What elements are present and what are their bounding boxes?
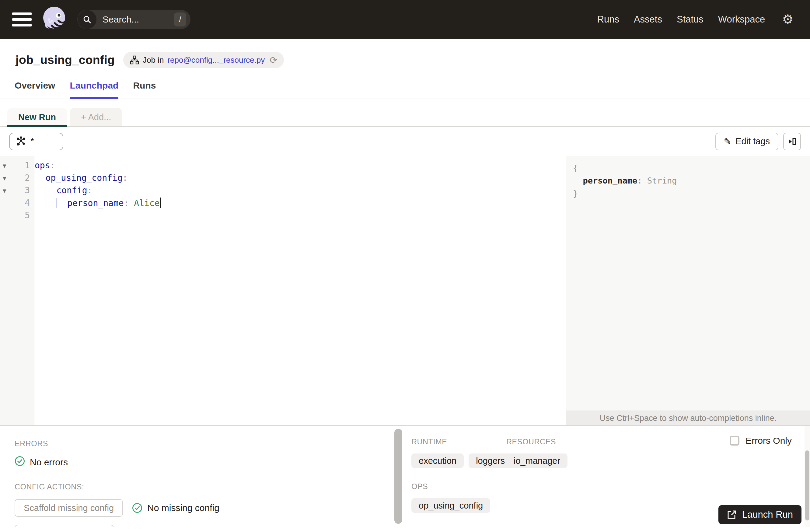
fold-arrow-icon[interactable]: ▼ xyxy=(0,162,11,169)
launchpad-toolbar: * ✎ Edit tags xyxy=(0,127,810,156)
search-placeholder: Search... xyxy=(102,14,139,25)
section-ops: OPSop_using_config xyxy=(411,482,506,513)
page-title: job_using_config xyxy=(16,53,115,67)
search-input[interactable]: Search... / xyxy=(77,10,191,29)
bottom-panels: ERRORS No errors CONFIG ACTIONS: Scaffol… xyxy=(0,425,810,527)
preview-sections: RUNTIMEexecutionloggersRESOURCESio_manag… xyxy=(411,437,810,513)
code-token xyxy=(46,198,56,208)
launch-icon xyxy=(727,510,737,519)
line-code: person_name: Alice xyxy=(35,197,161,208)
code-token: Alice xyxy=(134,198,159,208)
editor-line-4[interactable]: 4 person_name: Alice xyxy=(0,197,566,209)
tag-io_manager[interactable]: io_manager xyxy=(506,453,567,468)
collapse-panel-button[interactable] xyxy=(783,133,801,150)
nav-links: RunsAssetsStatusWorkspace⚙ xyxy=(597,13,798,26)
nav-link-status[interactable]: Status xyxy=(677,14,703,25)
tag-loggers[interactable]: loggers xyxy=(469,453,512,468)
op-selector-value: * xyxy=(30,136,34,147)
preview-scrollbar-track[interactable] xyxy=(805,426,810,527)
fold-arrow-icon[interactable]: ▼ xyxy=(0,187,11,194)
code-token xyxy=(46,186,56,195)
line-code: config: xyxy=(35,186,92,195)
tag-execution[interactable]: execution xyxy=(411,453,464,468)
op-selector-input[interactable]: * xyxy=(9,133,63,150)
section-tags: executionloggers xyxy=(411,453,506,468)
graph-nodes-icon xyxy=(16,136,26,147)
config-actions-label: CONFIG ACTIONS: xyxy=(15,482,405,491)
config-schema-panel: { person_name: String } Use Ctrl+Space t… xyxy=(566,156,810,425)
settings-gear-icon[interactable]: ⚙ xyxy=(782,13,794,26)
top-nav: Search... / RunsAssetsStatusWorkspace⚙ xyxy=(0,0,810,39)
launch-run-label: Launch Run xyxy=(742,509,793,520)
schema-close-brace: } xyxy=(573,187,810,200)
search-shortcut-key: / xyxy=(174,13,186,27)
editor-line-3[interactable]: ▼3 config: xyxy=(0,184,566,197)
code-token: op_using_config xyxy=(46,173,123,183)
line-number: 2 xyxy=(11,173,30,183)
code-token: : xyxy=(87,186,93,195)
line-code: op_using_config: xyxy=(35,173,128,183)
nav-link-assets[interactable]: Assets xyxy=(634,14,662,25)
schema-entry-key: person_name xyxy=(583,176,637,186)
schema-entry-type: String xyxy=(647,176,677,186)
code-token: : xyxy=(123,173,128,183)
editor-line-2[interactable]: ▼2 op_using_config: xyxy=(0,172,566,184)
action-button-0[interactable]: Scaffold missing config xyxy=(15,499,123,517)
nav-link-workspace[interactable]: Workspace xyxy=(718,14,765,25)
pencil-icon: ✎ xyxy=(724,136,731,147)
no-errors-row: No errors xyxy=(15,456,405,468)
code-token xyxy=(35,198,46,208)
code-token xyxy=(129,198,134,208)
sitemap-icon xyxy=(130,55,139,65)
code-token: config xyxy=(56,186,87,195)
nav-link-runs[interactable]: Runs xyxy=(597,14,619,25)
line-number: 5 xyxy=(11,210,30,220)
errors-only-checkbox[interactable] xyxy=(730,436,740,446)
tab-runs[interactable]: Runs xyxy=(133,80,156,99)
edit-tags-label: Edit tags xyxy=(735,136,770,146)
check-circle-icon xyxy=(15,456,25,466)
collapse-panel-icon xyxy=(787,136,797,147)
code-token: person_name xyxy=(67,198,124,208)
editor-line-1[interactable]: ▼1ops: xyxy=(0,159,566,172)
dagster-logo-icon[interactable] xyxy=(39,3,69,36)
config-action-row: Scaffold missing config No missing confi… xyxy=(15,499,405,517)
repo-link[interactable]: repo@config..._resource.py xyxy=(167,55,265,65)
editor-line-5[interactable]: 5 xyxy=(0,209,566,222)
fold-arrow-icon[interactable]: ▼ xyxy=(0,175,11,181)
no-errors-text: No errors xyxy=(30,457,68,467)
config-editor-section: ▼1ops:▼2 op_using_config:▼3 config:4 per… xyxy=(0,156,810,425)
editor-lines: ▼1ops:▼2 op_using_config:▼3 config:4 per… xyxy=(0,156,566,222)
code-token: ops xyxy=(35,160,50,171)
preview-scrollbar-thumb[interactable] xyxy=(805,450,809,520)
tab-new-run[interactable]: New Run xyxy=(7,108,67,126)
schema-entry: person_name: String xyxy=(573,174,810,187)
edit-tags-button[interactable]: ✎ Edit tags xyxy=(715,133,778,150)
section-runtime: RUNTIMEexecutionloggers xyxy=(411,437,506,468)
section-tags: op_using_config xyxy=(411,498,506,513)
code-token xyxy=(35,186,46,195)
errors-only-control: Errors Only xyxy=(730,436,792,446)
search-icon xyxy=(78,10,96,29)
refresh-icon[interactable]: ⟳ xyxy=(270,55,277,65)
section-label: OPS xyxy=(411,482,506,491)
action-button-1[interactable]: Remove extra config xyxy=(15,525,114,527)
errors-panel-scrollbar[interactable] xyxy=(394,429,402,524)
schema-open-brace: { xyxy=(573,162,810,174)
code-token: : xyxy=(124,198,129,208)
errors-only-label: Errors Only xyxy=(745,436,792,446)
tab-launchpad[interactable]: Launchpad xyxy=(70,80,118,99)
code-token xyxy=(56,198,67,208)
schema-entry-separator: : xyxy=(637,176,642,186)
add-config-tab-button[interactable]: + Add... xyxy=(70,108,122,126)
launch-run-button[interactable]: Launch Run xyxy=(718,505,801,524)
line-number: 3 xyxy=(11,186,30,195)
main-tabs: OverviewLaunchpadRuns xyxy=(0,80,810,99)
yaml-editor[interactable]: ▼1ops:▼2 op_using_config:▼3 config:4 per… xyxy=(0,156,566,425)
menu-icon[interactable] xyxy=(12,13,32,27)
tab-overview[interactable]: Overview xyxy=(15,80,55,99)
config-action-row: Remove extra config No extra config to r… xyxy=(15,525,405,527)
action-status-text: No missing config xyxy=(147,503,220,513)
errors-panel: ERRORS No errors CONFIG ACTIONS: Scaffol… xyxy=(0,426,405,527)
tag-op_using_config[interactable]: op_using_config xyxy=(411,498,490,513)
